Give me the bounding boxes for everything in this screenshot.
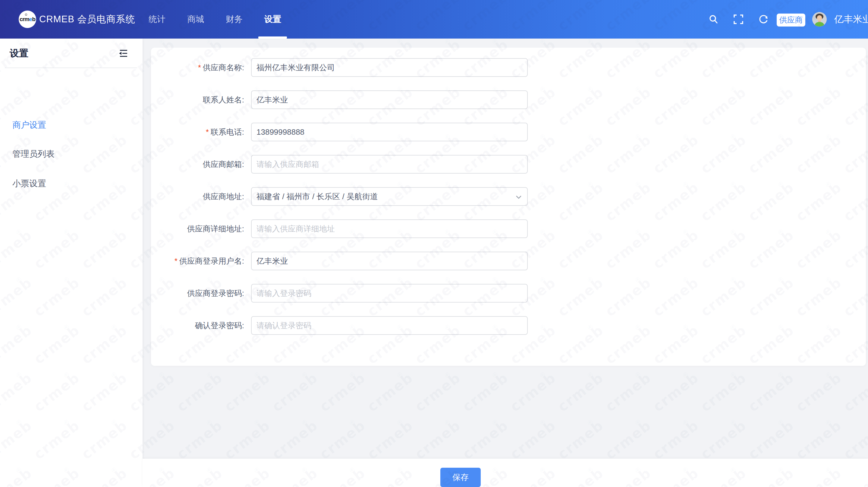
field-label: 供应商地址: (151, 187, 244, 206)
field-input-2[interactable] (251, 90, 528, 109)
form-row-7: *供应商登录用户名: (151, 252, 866, 270)
address-select[interactable]: 福建省 / 福州市 / 长乐区 / 吴航街道 (251, 187, 528, 206)
required-star: * (206, 127, 209, 136)
active-tab-underline (258, 36, 287, 38)
field-label: 供应商邮箱: (151, 155, 244, 174)
sidebar-title: 设置 (10, 47, 28, 60)
tab-3[interactable]: 财务 (226, 13, 243, 25)
form-row-3: *联系电话: (151, 123, 866, 141)
refresh-icon[interactable] (758, 14, 769, 24)
field-input-9[interactable] (251, 316, 528, 335)
sidebar-item-2[interactable]: 管理员列表 (12, 148, 55, 160)
chevron-down-icon (515, 193, 523, 201)
tab-4[interactable]: 设置 (264, 13, 281, 25)
field-input-7[interactable] (251, 252, 528, 270)
field-label: *供应商名称: (151, 58, 244, 77)
field-label: 供应商详细地址: (151, 219, 244, 238)
username[interactable]: 亿丰米业 (834, 0, 868, 38)
footer-bar: 保存 (143, 459, 868, 487)
search-icon[interactable] (709, 14, 718, 24)
sidebar: 设置 商户设置管理员列表小票设置 (0, 38, 143, 487)
field-input-4[interactable] (251, 155, 528, 174)
sidebar-item-3[interactable]: 小票设置 (12, 178, 46, 189)
field-input-1[interactable] (251, 58, 528, 77)
menu-collapse-icon[interactable] (118, 49, 128, 58)
settings-form-card: *供应商名称:联系人姓名:*联系电话:供应商邮箱:供应商地址:福建省 / 福州市… (151, 48, 866, 366)
form-row-2: 联系人姓名: (151, 90, 866, 109)
crmeb-logo-text: crmeb (20, 16, 35, 23)
field-input-3[interactable] (251, 123, 528, 141)
save-button[interactable]: 保存 (440, 468, 481, 487)
fullscreen-icon[interactable] (733, 14, 744, 25)
field-input-8[interactable] (251, 284, 528, 303)
crmeb-logo: crmeb (19, 10, 36, 28)
app-title: CRMEB 会员电商系统 (39, 0, 135, 38)
field-label: *联系电话: (151, 123, 244, 141)
field-label: 联系人姓名: (151, 90, 244, 109)
field-input-6[interactable] (251, 219, 528, 238)
tab-1[interactable]: 统计 (149, 13, 165, 25)
top-navbar: crmeb CRMEB 会员电商系统 统计商城财务设置 供应商 亿丰米业 (0, 0, 868, 38)
sidebar-item-1[interactable]: 商户设置 (12, 119, 46, 131)
field-label: *供应商登录用户名: (151, 252, 244, 270)
form-row-5: 供应商地址:福建省 / 福州市 / 长乐区 / 吴航街道 (151, 187, 866, 206)
form-row-6: 供应商详细地址: (151, 219, 866, 238)
role-badge: 供应商 (777, 13, 805, 27)
main-nav-tabs: 统计商城财务设置 (149, 0, 281, 38)
form-row-1: *供应商名称: (151, 58, 866, 77)
sidebar-divider (5, 67, 137, 68)
form-row-4: 供应商邮箱: (151, 155, 866, 174)
form-row-8: 供应商登录密码: (151, 284, 866, 303)
field-label: 确认登录密码: (151, 316, 244, 335)
avatar[interactable] (812, 12, 827, 27)
required-star: * (175, 256, 178, 266)
field-label: 供应商登录密码: (151, 284, 244, 303)
tab-2[interactable]: 商城 (187, 13, 204, 25)
required-star: * (198, 63, 201, 72)
form-row-9: 确认登录密码: (151, 316, 866, 335)
